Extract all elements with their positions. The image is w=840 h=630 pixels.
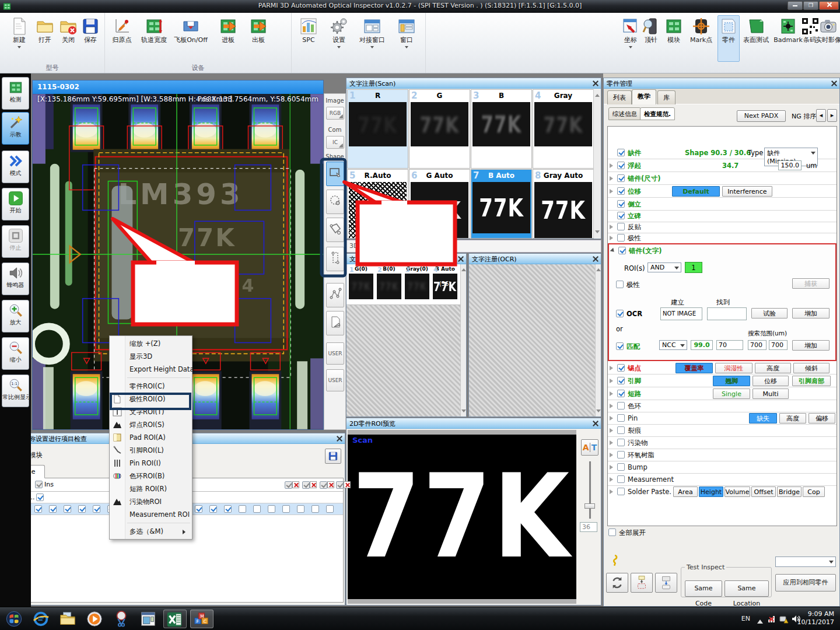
taskbar-aoi-app-button[interactable] [190, 610, 214, 628]
expander-icon[interactable] [610, 189, 615, 194]
taskbar-excel-button[interactable] [163, 610, 187, 628]
pin-height-button[interactable]: 高度 [779, 413, 806, 424]
checkbox[interactable] [617, 234, 625, 242]
ocr-test-button[interactable]: 试验 [751, 308, 788, 318]
ng-sort-next-button[interactable]: ▸ [827, 109, 837, 122]
search-height-field[interactable]: 700 [769, 340, 788, 350]
sidebar-actual-scale-button[interactable]: 常比例显示 [2, 374, 29, 407]
network-warning-icon[interactable] [779, 614, 789, 624]
item-checkbox[interactable] [326, 505, 334, 513]
save-positions-button[interactable] [325, 449, 341, 464]
same-code-button[interactable]: Same Code [685, 580, 722, 597]
scan-tile-g[interactable]: 2G 77K [409, 89, 470, 169]
toolbar-board-out-button[interactable]: 出板 [244, 15, 273, 62]
toolbar-pin-support-button[interactable]: 顶针 [640, 15, 662, 62]
taskbar-viewer-icon[interactable] [138, 610, 159, 628]
language-indicator[interactable]: EN [741, 615, 750, 622]
sidebar-zoom-out-button[interactable]: 缩小 [2, 337, 29, 370]
item-checkbox[interactable] [209, 505, 217, 513]
menu-item-text-roi[interactable]: 文字ROI(T) [110, 405, 192, 418]
item-checkbox[interactable] [64, 505, 71, 513]
roi-operator-dropdown[interactable]: AND [648, 262, 681, 272]
menu-item-zoom[interactable]: 缩放 +(Z) [110, 337, 192, 350]
expander-icon[interactable] [610, 176, 615, 181]
shape-points-tool[interactable] [326, 283, 344, 307]
shift-default-button[interactable]: Default [672, 186, 720, 197]
lifted-lead-button[interactable]: 翘脚 [713, 376, 750, 386]
scan-tile-b-auto[interactable]: 7B Auto 77K [471, 169, 532, 239]
toolbar-mark-point-button[interactable]: Mark点 [686, 15, 716, 62]
subtab-inspection-spec[interactable]: 检查规范. [640, 107, 675, 120]
ocr-found-field[interactable] [707, 307, 747, 320]
menu-item-pad-roi[interactable]: Pad ROI(A) [110, 431, 192, 444]
item-checkbox[interactable] [268, 505, 275, 513]
menu-item-contamination-roi[interactable]: 污染物ROI [110, 495, 192, 508]
sidebar-start-button[interactable]: 开始 [2, 188, 29, 220]
expander-icon[interactable] [610, 404, 615, 408]
scan-tile-gray-auto[interactable]: 8Gray Auto 77K [533, 169, 594, 239]
next-padx-button[interactable]: Next PADX [737, 110, 786, 122]
toolbar-dock-window-button[interactable]: 对接窗口 [355, 15, 390, 62]
expander-icon[interactable] [610, 225, 615, 229]
toolbar-save-button[interactable]: 保存 [76, 15, 105, 62]
menu-item-show-3d[interactable]: 显示3D [110, 350, 192, 363]
checkbox[interactable] [617, 187, 625, 195]
checkbox[interactable] [617, 414, 625, 422]
tilt-button[interactable]: 倾斜 [793, 363, 830, 373]
expander-icon[interactable] [610, 489, 615, 494]
menu-item-multi-select[interactable]: 多选（&M) [110, 525, 192, 538]
close-icon[interactable] [592, 80, 598, 86]
part-group-dropdown[interactable] [775, 556, 836, 567]
checkbox[interactable] [617, 402, 625, 410]
sp-height-button[interactable]: Height [699, 487, 723, 497]
pin-missing-button[interactable]: 缺失 [749, 413, 777, 424]
menu-item-color-band-roi[interactable]: 色环ROI(B) [110, 470, 192, 482]
wetting-button[interactable]: 润湿性 [715, 363, 752, 373]
header-check-icon[interactable] [302, 481, 310, 489]
shape-vertical-tool[interactable] [326, 247, 344, 271]
toolbar-window-button[interactable]: 窗口 [392, 15, 421, 62]
checkbox[interactable] [617, 463, 625, 471]
header-x-icon[interactable] [310, 481, 317, 488]
match-method-dropdown[interactable]: NCC [659, 340, 687, 350]
header-x-icon[interactable] [327, 481, 334, 488]
toolbar-spc-button[interactable]: SPC [294, 15, 323, 62]
ocr-checkbox[interactable] [616, 310, 624, 317]
item-checkbox[interactable] [49, 505, 57, 513]
checkbox[interactable] [618, 247, 626, 254]
checkbox[interactable] [617, 149, 625, 156]
sidebar-zoom-in-button[interactable]: 放大 [2, 300, 29, 332]
lead-shift-button[interactable]: 位移 [752, 376, 789, 386]
scan-tile-g-auto[interactable]: 6G Auto 77K [409, 169, 470, 239]
menu-item-short-roi[interactable]: 短路 ROI(R) [110, 482, 192, 495]
checkbox[interactable] [617, 377, 625, 384]
expand-all-checkbox[interactable] [608, 528, 616, 536]
sidebar-stop-button[interactable]: 停止 [2, 225, 29, 258]
match-checkbox[interactable] [616, 342, 624, 350]
shape-rect-tool[interactable] [326, 162, 344, 186]
toolbar-settings-button[interactable]: 设置 [324, 15, 354, 62]
tab-list[interactable]: 列表 [607, 90, 632, 104]
expander-icon[interactable] [610, 366, 615, 370]
scan-tile-r-auto[interactable]: 5R.Auto [347, 169, 408, 239]
toolbar-live-image-button[interactable]: 实时影像 [812, 15, 840, 62]
user-tool-2[interactable]: USER [326, 369, 344, 391]
scan-tile-r[interactable]: 1R 77K [347, 89, 408, 169]
expander-icon[interactable] [610, 477, 615, 482]
ic-mode-button[interactable]: IC [326, 136, 344, 149]
shape-polygon-tool[interactable] [326, 218, 344, 242]
checkbox[interactable] [617, 488, 625, 495]
scan-tile-b[interactable]: 3B 77K [471, 89, 532, 169]
taskbar-media-player-icon[interactable] [84, 610, 105, 628]
toolbar-rail-width-button[interactable]: 轨道宽度 [138, 15, 170, 62]
ins-header-checkbox[interactable] [35, 481, 43, 488]
ncc-tile-b-auto[interactable]: 4B Auto 77K(36) [432, 265, 459, 302]
toolbar-new-button[interactable]: 新建 [5, 15, 34, 62]
threshold-value-field[interactable]: 36 [580, 522, 597, 532]
restore-button[interactable]: ❐ [803, 1, 818, 10]
item-checkbox[interactable] [312, 505, 319, 513]
new-part-button[interactable] [631, 573, 653, 593]
network-disconnected-icon[interactable] [768, 614, 777, 624]
tab-teach[interactable]: 教学 [632, 89, 656, 104]
toolbar-module-button[interactable]: 模块 [663, 15, 685, 62]
